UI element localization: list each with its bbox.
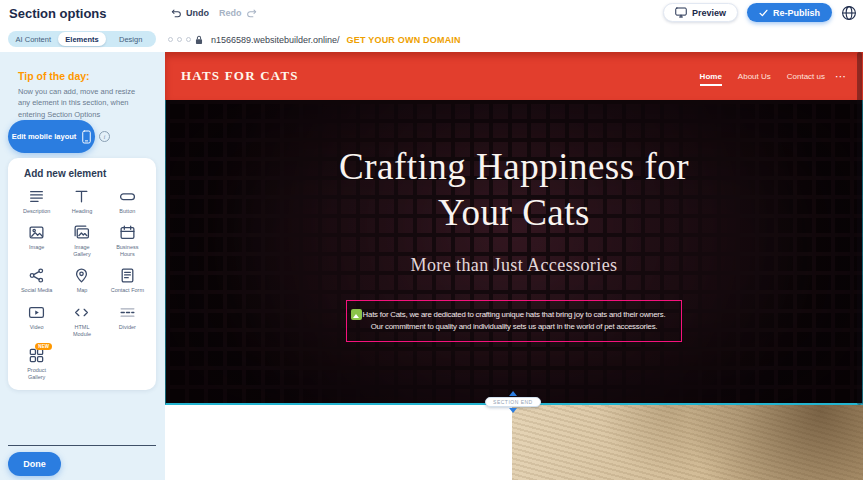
monitor-icon bbox=[675, 7, 687, 18]
check-icon bbox=[759, 9, 768, 17]
edit-mobile-layout-button[interactable]: Edit mobile layout bbox=[8, 120, 95, 153]
nav-more-button[interactable]: ⋯ bbox=[835, 70, 847, 83]
element-heading[interactable]: Heading bbox=[59, 188, 104, 215]
social-media-icon bbox=[28, 267, 45, 284]
element-label: Map bbox=[77, 287, 88, 294]
button-icon bbox=[119, 188, 136, 205]
nav-home[interactable]: Home bbox=[700, 72, 722, 81]
element-label: Divider bbox=[119, 324, 136, 331]
hero-heading[interactable]: Crafting Happiness for Your Cats bbox=[299, 144, 729, 237]
browser-url-bar: n1566589.websitebuilder.online/ GET YOUR… bbox=[168, 33, 461, 46]
site-url: n1566589.websitebuilder.online/ bbox=[211, 35, 340, 45]
hero-paragraph-text: Hats for Cats, we are dedicated to craft… bbox=[363, 310, 666, 331]
window-dot bbox=[186, 37, 191, 42]
globe-icon bbox=[841, 5, 857, 21]
business-hours-icon bbox=[119, 224, 136, 241]
app-topbar: Section options Undo Redo Preview Re-Pub bbox=[0, 0, 863, 26]
scrollbar-thumb[interactable] bbox=[857, 52, 862, 405]
panel-tabs: AI ContentElementsDesign bbox=[8, 31, 156, 47]
info-button[interactable]: i bbox=[99, 131, 110, 142]
language-globe-button[interactable] bbox=[841, 5, 857, 21]
site-nav: HomeAbout UsContact us bbox=[700, 72, 825, 81]
next-section[interactable] bbox=[165, 405, 863, 480]
topbar-actions: Preview Re-Publish bbox=[663, 3, 857, 22]
video-icon bbox=[28, 304, 45, 321]
undo-icon bbox=[171, 8, 182, 18]
smartphone-icon bbox=[82, 130, 91, 144]
html-module-icon bbox=[73, 304, 90, 321]
hero-paragraph[interactable]: Hats for Cats, we are dedicated to craft… bbox=[346, 300, 682, 343]
element-label: Image bbox=[29, 244, 44, 251]
element-business-hours[interactable]: Business Hours bbox=[105, 224, 150, 258]
element-label: Contact Form bbox=[111, 287, 144, 294]
nav-about-us[interactable]: About Us bbox=[738, 72, 771, 81]
element-label: Social Media bbox=[21, 287, 53, 294]
element-divider[interactable]: Divider bbox=[105, 304, 150, 338]
tab-ai-content[interactable]: AI Content bbox=[9, 32, 58, 46]
arrow-up-icon bbox=[509, 391, 517, 396]
map-pin-icon bbox=[73, 267, 90, 284]
element-label: Description bbox=[23, 208, 51, 215]
get-domain-link[interactable]: GET YOUR OWN DOMAIN bbox=[347, 35, 461, 45]
republish-label: Re-Publish bbox=[773, 8, 820, 18]
sidebar: Tip of the day: Now you can add, move an… bbox=[0, 52, 165, 480]
element-video[interactable]: Video bbox=[14, 304, 59, 338]
image-gallery-icon bbox=[73, 224, 90, 241]
next-section-image[interactable] bbox=[512, 405, 863, 480]
element-label: HTML Module bbox=[65, 324, 99, 338]
element-button[interactable]: Button bbox=[105, 188, 150, 215]
element-label: Product Gallery bbox=[20, 367, 54, 381]
image-icon bbox=[28, 224, 45, 241]
element-description[interactable]: Description bbox=[14, 188, 59, 215]
element-label: Button bbox=[119, 208, 135, 215]
undo-redo-group: Undo Redo bbox=[171, 0, 257, 26]
element-map[interactable]: Map bbox=[59, 267, 104, 294]
new-badge: NEW bbox=[35, 343, 52, 350]
lock-icon bbox=[195, 35, 203, 45]
element-html-module[interactable]: HTML Module bbox=[59, 304, 104, 338]
heading-icon bbox=[73, 188, 90, 205]
element-label: Heading bbox=[72, 208, 93, 215]
hero-section[interactable]: Crafting Happiness for Your Cats More th… bbox=[165, 100, 863, 405]
divider-icon bbox=[119, 304, 136, 321]
element-image[interactable]: Image bbox=[14, 224, 59, 258]
done-button[interactable]: Done bbox=[8, 452, 61, 476]
undo-button[interactable]: Undo bbox=[171, 8, 209, 18]
nav-contact-us[interactable]: Contact us bbox=[787, 72, 825, 81]
contact-form-icon bbox=[119, 267, 136, 284]
element-label: Image Gallery bbox=[65, 244, 99, 258]
window-dot bbox=[168, 37, 173, 42]
tab-elements[interactable]: Elements bbox=[58, 32, 107, 46]
element-label: Video bbox=[30, 324, 44, 331]
republish-button[interactable]: Re-Publish bbox=[747, 3, 832, 22]
site-logo[interactable]: HATS FOR CATS bbox=[181, 68, 299, 84]
section-resize-handle[interactable]: SECTION END bbox=[485, 391, 541, 413]
tip-body: Now you can add, move and resize any ele… bbox=[18, 86, 145, 120]
preview-label: Preview bbox=[692, 8, 726, 18]
redo-button[interactable]: Redo bbox=[219, 8, 257, 18]
tip-title: Tip of the day: bbox=[18, 70, 147, 82]
site-header[interactable]: HATS FOR CATS HomeAbout UsContact us ⋯ bbox=[165, 52, 863, 100]
element-social-media[interactable]: Social Media bbox=[14, 267, 59, 294]
redo-label: Redo bbox=[219, 8, 242, 18]
panel-title: Add new element bbox=[24, 168, 150, 179]
preview-button[interactable]: Preview bbox=[663, 3, 738, 22]
hero-subheading[interactable]: More than Just Accessories bbox=[411, 255, 618, 276]
undo-label: Undo bbox=[186, 8, 209, 18]
element-image-gallery[interactable]: Image Gallery bbox=[59, 224, 104, 258]
page-title: Section options bbox=[9, 6, 107, 21]
sidebar-divider bbox=[8, 445, 156, 446]
redo-icon bbox=[246, 8, 257, 18]
element-product-gallery[interactable]: Product GalleryNEW bbox=[14, 347, 59, 381]
tab-design[interactable]: Design bbox=[106, 32, 155, 46]
edit-mobile-label: Edit mobile layout bbox=[12, 132, 77, 141]
site-preview-canvas: HATS FOR CATS HomeAbout UsContact us ⋯ C… bbox=[165, 52, 863, 480]
add-element-panel: Add new element DescriptionHeadingButton… bbox=[8, 158, 156, 390]
section-handle-label: SECTION END bbox=[485, 397, 541, 407]
image-placeholder-icon bbox=[351, 309, 362, 320]
arrow-down-icon bbox=[509, 408, 517, 413]
window-dot bbox=[177, 37, 182, 42]
description-icon bbox=[28, 188, 45, 205]
element-contact-form[interactable]: Contact Form bbox=[105, 267, 150, 294]
element-label: Business Hours bbox=[110, 244, 144, 258]
